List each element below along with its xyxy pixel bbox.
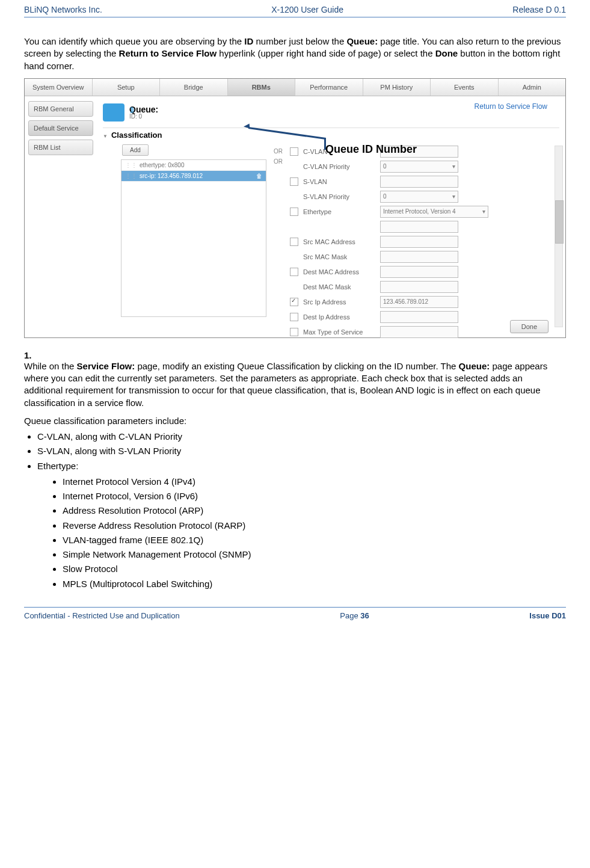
step-1: 1. While on the Service Flow: page, modi… [24, 350, 566, 593]
field-row: Src MAC Mask [290, 251, 553, 263]
monitor-signal-icon [103, 103, 124, 122]
sub-bullet-item: Internet Protocol, Version 6 (IPv6) [63, 490, 548, 502]
bullet-item: S-VLAN, along with S-VLAN Priority [37, 445, 548, 457]
field-row: S-VLAN Priority0 [290, 191, 553, 203]
field-label: Dest Ip Address [303, 313, 375, 321]
tab-events[interactable]: Events [431, 79, 499, 96]
field-input[interactable] [380, 326, 458, 338]
checkbox[interactable] [290, 298, 298, 306]
field-row: Dest MAC Address [290, 266, 553, 278]
tab-pm-history[interactable]: PM History [363, 79, 431, 96]
sub-bullet-item: Slow Protocol [63, 563, 548, 575]
field-label: Max Type of Service [303, 328, 375, 336]
rule-row[interactable]: ⋮⋮src-ip: 123.456.789.012🗑 [121, 171, 266, 182]
delete-icon[interactable]: 🗑 [256, 173, 262, 179]
field-input[interactable] [380, 266, 458, 278]
tab-bar: System OverviewSetupBridgeRBMsPerformanc… [25, 79, 565, 96]
field-label: Dest MAC Mask [303, 283, 375, 291]
tab-bridge[interactable]: Bridge [160, 79, 228, 96]
footer-issue: Issue D01 [529, 611, 566, 620]
sub-bullet-item: Internet Protocol Version 4 (IPv4) [63, 476, 548, 488]
tab-admin[interactable]: Admin [499, 79, 566, 96]
sub-bullet-item: VLAN-tagged frame (IEEE 802.1Q) [63, 534, 548, 546]
step-subline: Queue classification parameters include: [24, 415, 548, 427]
drag-handle-icon[interactable]: ⋮⋮ [125, 173, 137, 179]
field-input[interactable]: 123.456.789.012 [380, 296, 458, 308]
sub-bullet-item: Reverse Address Resolution Protocol (RAR… [63, 520, 548, 532]
side-button-column: RBM GeneralDefault ServiceRBM List [25, 96, 97, 338]
sub-bullet-item: MPLS (Multiprotocol Label Switching) [63, 578, 548, 590]
add-button[interactable]: Add [122, 144, 149, 156]
header-right: Release D 0.1 [512, 5, 566, 14]
fields-column: C-VLANC-VLAN Priority0S-VLANS-VLAN Prior… [290, 146, 553, 326]
rule-list[interactable]: ⋮⋮ethertype: 0x800⋮⋮src-ip: 123.456.789.… [121, 159, 266, 317]
checkbox[interactable] [290, 208, 298, 216]
sub-bullet-list: Internet Protocol Version 4 (IPv4)Intern… [49, 476, 548, 590]
sub-bullet-item: Simple Network Management Protocol (SNMP… [63, 549, 548, 561]
side-button-rbm-general[interactable]: RBM General [28, 101, 93, 117]
done-button[interactable]: Done [510, 320, 549, 333]
step-number: 1. [24, 350, 40, 360]
bullet-item: C-VLAN, along with C-VLAN Priority [37, 431, 548, 443]
tab-setup[interactable]: Setup [93, 79, 161, 96]
field-input[interactable]: Internet Protocol, Version 4 [380, 206, 488, 218]
side-button-rbm-list[interactable]: RBM List [28, 140, 93, 155]
field-row: Src MAC Address [290, 236, 553, 248]
or-label: OR [274, 148, 283, 155]
tab-system-overview[interactable]: System Overview [25, 79, 93, 96]
field-input[interactable] [380, 251, 458, 263]
field-label: Src MAC Mask [303, 253, 375, 260]
header-left: BLiNQ Networks Inc. [24, 5, 102, 14]
footer-left: Confidential - Restricted Use and Duplic… [24, 611, 180, 620]
field-label: Src MAC Address [303, 238, 375, 245]
app-screenshot: System OverviewSetupBridgeRBMsPerformanc… [24, 78, 566, 338]
scroll-thumb[interactable] [555, 200, 564, 244]
field-input[interactable]: 0 [380, 191, 458, 203]
field-input[interactable]: 0 [380, 161, 458, 173]
field-label: Ethertype [303, 208, 375, 215]
or-column: OROR [274, 146, 283, 326]
page-footer: Confidential - Restricted Use and Duplic… [24, 607, 566, 632]
field-input[interactable] [380, 236, 458, 248]
checkbox[interactable] [290, 177, 298, 186]
field-row: Dest MAC Mask [290, 281, 553, 293]
field-label: C-VLAN Priority [303, 163, 375, 170]
return-to-service-flow-link[interactable]: Return to Service Flow [475, 102, 547, 111]
footer-page: Page 36 [340, 611, 369, 620]
field-row [290, 221, 553, 233]
or-label: OR [274, 158, 283, 165]
field-label: S-VLAN [303, 178, 375, 185]
rule-text: src-ip: 123.456.789.012 [140, 173, 203, 179]
checkbox[interactable] [290, 313, 298, 321]
drag-handle-icon[interactable]: ⋮⋮ [125, 162, 137, 168]
page-header: BLiNQ Networks Inc. X-1200 User Guide Re… [24, 0, 566, 17]
header-center: X-1200 User Guide [271, 5, 343, 14]
field-label: S-VLAN Priority [303, 193, 375, 200]
field-row: C-VLAN Priority0 [290, 161, 553, 173]
field-input[interactable] [380, 221, 458, 233]
field-row: Src Ip Address123.456.789.012 [290, 296, 553, 308]
field-label: Dest MAC Address [303, 268, 375, 275]
field-row: S-VLAN [290, 176, 553, 188]
checkbox[interactable] [290, 268, 298, 276]
tab-rbms[interactable]: RBMs [228, 79, 296, 96]
tab-performance[interactable]: Performance [295, 79, 363, 96]
bullet-list: C-VLAN, along with C-VLAN PriorityS-VLAN… [24, 431, 548, 590]
rule-text: ethertype: 0x800 [140, 162, 185, 168]
checkbox[interactable] [290, 328, 298, 336]
side-button-default-service[interactable]: Default Service [28, 120, 93, 136]
bullet-item: Ethertype: [37, 460, 548, 472]
field-label: Src Ip Address [303, 298, 375, 306]
field-input[interactable] [380, 176, 458, 188]
field-input[interactable] [380, 311, 458, 323]
annotation-label: Queue ID Number [325, 143, 417, 156]
sub-bullet-item: Address Resolution Protocol (ARP) [63, 505, 548, 517]
classification-section-header[interactable]: Classification [103, 128, 559, 142]
intro-paragraph: You can identify which queue you are obs… [24, 35, 566, 72]
field-row: EthertypeInternet Protocol, Version 4 [290, 206, 553, 218]
rule-row[interactable]: ⋮⋮ethertype: 0x800 [121, 160, 266, 171]
checkbox[interactable] [290, 147, 298, 156]
checkbox[interactable] [290, 238, 298, 246]
field-input[interactable] [380, 281, 458, 293]
scrollbar[interactable] [555, 146, 563, 327]
